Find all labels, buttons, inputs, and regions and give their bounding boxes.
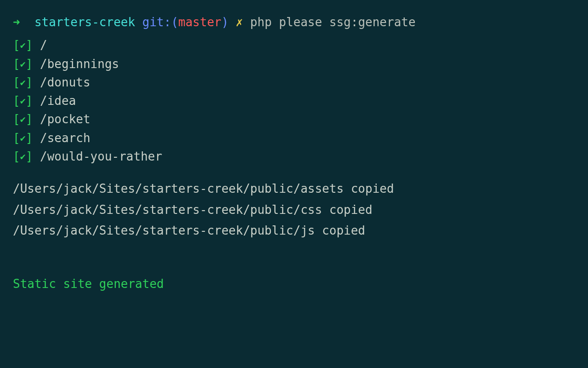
check-close: ]	[26, 94, 33, 108]
route-path: /search	[40, 131, 90, 145]
route-path: /beginnings	[40, 57, 119, 71]
prompt-directory: starters-creek	[34, 15, 135, 29]
check-open: [	[13, 75, 20, 89]
route-row: [✔] /beginnings	[13, 55, 575, 73]
final-status-message: Static site generated	[13, 275, 575, 293]
copied-line: /Users/jack/Sites/starters-creek/public/…	[13, 220, 575, 242]
check-close: ]	[26, 38, 33, 52]
route-row: [✔] /search	[13, 129, 575, 147]
copied-assets-list: /Users/jack/Sites/starters-creek/public/…	[13, 178, 575, 242]
route-row: [✔] /donuts	[13, 73, 575, 92]
prompt-branch: master	[178, 15, 221, 29]
check-icon: ✔	[20, 94, 26, 108]
check-close: ]	[26, 57, 33, 71]
check-close: ]	[26, 150, 33, 163]
prompt-command: php please ssg:generate	[250, 15, 416, 29]
check-open: [	[13, 150, 20, 163]
check-close: ]	[26, 112, 33, 126]
check-open: [	[13, 57, 20, 71]
route-row: [✔] /pocket	[13, 110, 575, 128]
route-row: [✔] /	[13, 36, 575, 54]
route-path: /donuts	[40, 75, 90, 89]
check-icon: ✔	[20, 75, 26, 90]
prompt-git-label: git:(	[142, 15, 178, 29]
route-path: /pocket	[40, 112, 90, 126]
route-row: [✔] /idea	[13, 92, 575, 110]
prompt-dirty-icon: ✗	[236, 15, 243, 29]
copied-line: /Users/jack/Sites/starters-creek/public/…	[13, 178, 575, 200]
check-icon: ✔	[20, 57, 26, 71]
check-icon: ✔	[20, 150, 26, 164]
route-row: [✔] /would-you-rather	[13, 147, 575, 166]
copied-line: /Users/jack/Sites/starters-creek/public/…	[13, 200, 575, 221]
check-open: [	[13, 38, 20, 52]
route-path: /	[40, 38, 47, 52]
check-close: ]	[26, 75, 33, 89]
check-open: [	[13, 131, 20, 145]
check-icon: ✔	[20, 38, 26, 52]
generated-routes-list: [✔] / [✔] /beginnings [✔] /donuts [✔] /i…	[13, 36, 575, 166]
route-path: /idea	[40, 94, 76, 108]
check-open: [	[13, 112, 20, 126]
check-open: [	[13, 94, 20, 108]
check-icon: ✔	[20, 112, 26, 126]
check-icon: ✔	[20, 131, 26, 145]
prompt-git-close: )	[221, 15, 229, 29]
route-path: /would-you-rather	[40, 150, 162, 163]
check-close: ]	[26, 131, 33, 145]
prompt-arrow-icon: ➜	[13, 15, 20, 29]
shell-prompt[interactable]: ➜ starters-creek git:(master) ✗ php plea…	[13, 13, 575, 31]
